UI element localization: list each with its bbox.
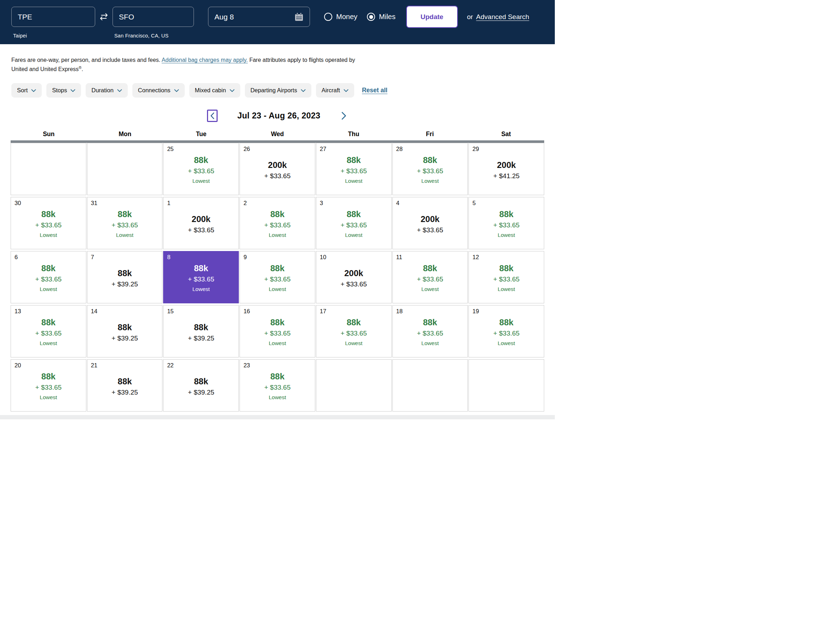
calendar-day-cell[interactable]: 5 88k + $33.65 Lowest	[469, 197, 544, 249]
miles-price: 88k	[163, 376, 238, 387]
filter-chip[interactable]: Aircraft	[316, 83, 354, 98]
calendar-day-cell[interactable]: 14 88k + $39.25	[87, 305, 163, 358]
filter-chip[interactable]: Stops	[46, 83, 81, 98]
filter-chip-label: Stops	[52, 87, 67, 94]
miles-price: 88k	[393, 263, 468, 274]
calendar-day-cell[interactable]: 10 200k + $33.65	[316, 251, 392, 303]
calendar-day-cell[interactable]: 18 88k + $33.65 Lowest	[392, 305, 468, 358]
chevron-down-icon	[344, 89, 349, 92]
filter-bar: Sort Stops Duration Connections Mixed ca…	[11, 83, 543, 98]
calendar-day-cell[interactable]: 28 88k + $33.65 Lowest	[392, 143, 468, 195]
calendar-day-cell[interactable]: 21 88k + $39.25	[87, 359, 163, 411]
origin-field-group: TPE Taipei	[11, 7, 95, 39]
calendar-day-cell[interactable]: 19 88k + $33.65 Lowest	[469, 305, 544, 358]
calendar-day-cell[interactable]: 31 88k + $33.65 Lowest	[87, 197, 163, 249]
calendar-day-cell-empty	[392, 359, 468, 411]
date-input[interactable]: Aug 8	[208, 7, 310, 27]
notice-period: .	[81, 66, 83, 72]
date-field-group: Aug 8	[208, 7, 310, 27]
miles-price: 88k	[163, 322, 238, 333]
calendar-day-cell[interactable]: 15 88k + $39.25	[163, 305, 239, 358]
calendar-day-cell[interactable]: 4 200k + $33.65	[392, 197, 468, 249]
calendar-day-cell[interactable]: 1 200k + $33.65	[163, 197, 239, 249]
lowest-badge: Lowest	[163, 286, 238, 292]
chevron-left-icon	[210, 112, 215, 119]
filter-chip[interactable]: Connections	[132, 83, 185, 98]
day-number: 19	[472, 308, 479, 315]
filter-chip-label: Sort	[17, 87, 28, 94]
calendar-icon	[294, 12, 304, 22]
destination-input[interactable]: SFO	[112, 7, 194, 27]
calendar-day-cell[interactable]: 11 88k + $33.65 Lowest	[392, 251, 468, 303]
day-number: 1	[167, 200, 170, 206]
payment-type-radio-group: Money Miles	[324, 7, 396, 27]
bag-charges-link[interactable]: Additional bag charges may apply.	[162, 57, 248, 63]
calendar-day-cell[interactable]: 27 88k + $33.65 Lowest	[316, 143, 392, 195]
calendar-day-cell[interactable]: 20 88k + $33.65 Lowest	[11, 359, 86, 411]
calendar-day-cell[interactable]: 7 88k + $39.25	[87, 251, 163, 303]
day-number: 7	[91, 254, 94, 261]
calendar-day-cell[interactable]: 2 88k + $33.65 Lowest	[240, 197, 315, 249]
chevron-down-icon	[174, 89, 179, 92]
calendar-day-cell[interactable]: 17 88k + $33.65 Lowest	[316, 305, 392, 358]
next-week-button[interactable]	[340, 110, 348, 121]
day-number: 21	[91, 362, 97, 369]
taxes-fee: + $33.65	[11, 384, 86, 391]
calendar-day-cell[interactable]: 16 88k + $33.65 Lowest	[240, 305, 315, 358]
calendar-day-cell[interactable]: 23 88k + $33.65 Lowest	[240, 359, 315, 411]
origin-input[interactable]: TPE	[11, 7, 95, 27]
chevron-down-icon	[230, 89, 235, 92]
miles-radio[interactable]: Miles	[367, 13, 396, 21]
calendar-day-cell[interactable]: 6 88k + $33.65 Lowest	[11, 251, 86, 303]
miles-price: 88k	[163, 154, 238, 165]
miles-price: 88k	[87, 209, 163, 219]
calendar-day-cell[interactable]: 9 88k + $33.65 Lowest	[240, 251, 315, 303]
miles-price: 200k	[163, 214, 238, 225]
filter-chip[interactable]: Departing Airports	[245, 83, 311, 98]
calendar-day-cell[interactable]: 26 200k + $33.65	[240, 143, 315, 195]
calendar-day-cell[interactable]: 13 88k + $33.65 Lowest	[11, 305, 86, 358]
day-number: 18	[396, 308, 403, 315]
filter-chip[interactable]: Sort	[11, 83, 42, 98]
money-radio[interactable]: Money	[324, 13, 357, 21]
calendar-day-cell[interactable]: 3 88k + $33.65 Lowest	[316, 197, 392, 249]
miles-price: 88k	[11, 317, 86, 328]
calendar-day-cell[interactable]: 30 88k + $33.65 Lowest	[11, 197, 86, 249]
calendar-day-cell[interactable]: 8 88k + $33.65 Lowest	[163, 251, 239, 303]
search-header: TPE Taipei SFO San Francisco, CA, US Aug…	[0, 0, 555, 44]
lowest-badge: Lowest	[11, 286, 86, 292]
taxes-fee: + $33.65	[11, 329, 86, 337]
filter-chip[interactable]: Duration	[85, 83, 127, 98]
reset-all-link[interactable]: Reset all	[362, 87, 387, 94]
taxes-fee: + $33.65	[316, 221, 392, 229]
lowest-badge: Lowest	[240, 232, 315, 238]
lowest-badge: Lowest	[240, 340, 315, 347]
miles-price: 88k	[316, 209, 392, 219]
swap-airports-button[interactable]	[95, 7, 112, 27]
chevron-down-icon	[31, 89, 36, 92]
calendar-day-cell-empty	[11, 143, 86, 195]
taxes-fee: + $41.25	[469, 172, 544, 180]
calendar-day-cell[interactable]: 29 200k + $41.25	[469, 143, 544, 195]
filter-chip[interactable]: Mixed cabin	[189, 83, 240, 98]
taxes-fee: + $33.65	[11, 221, 86, 229]
taxes-fee: + $33.65	[393, 167, 468, 175]
miles-price: 88k	[469, 263, 544, 274]
swap-icon	[99, 13, 109, 21]
origin-city-label: Taipei	[13, 33, 95, 39]
update-button[interactable]: Update	[406, 6, 458, 28]
calendar-day-cell[interactable]: 25 88k + $33.65 Lowest	[163, 143, 239, 195]
day-number: 14	[91, 308, 97, 315]
day-number: 10	[320, 254, 326, 261]
radio-circle-icon	[324, 13, 332, 21]
day-of-week-label: Mon	[87, 131, 163, 138]
taxes-fee: + $33.65	[316, 329, 392, 337]
miles-price: 88k	[87, 376, 163, 387]
advanced-search-link[interactable]: Advanced Search	[476, 13, 529, 21]
miles-price: 88k	[469, 209, 544, 219]
calendar-day-cell[interactable]: 12 88k + $33.65 Lowest	[469, 251, 544, 303]
miles-price: 200k	[316, 268, 392, 279]
previous-week-button[interactable]	[207, 110, 218, 122]
calendar-day-cell[interactable]: 22 88k + $39.25	[163, 359, 239, 411]
miles-price: 88k	[240, 317, 315, 328]
